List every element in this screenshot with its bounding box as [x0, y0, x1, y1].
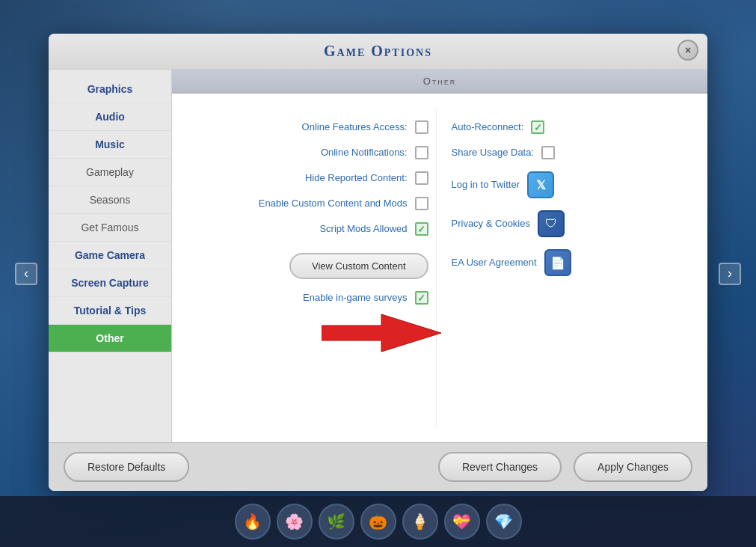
revert-changes-button[interactable]: Revert Changes	[438, 452, 562, 482]
taskbar-icon-pumpkin[interactable]: 🎃	[360, 504, 396, 540]
online-features-label: Online Features Access:	[302, 121, 408, 134]
sidebar-item-tutorial[interactable]: Tutorial & Tips	[49, 297, 171, 325]
custom-content-checkbox[interactable]	[415, 197, 428, 210]
shield-icon: 🛡	[545, 217, 557, 230]
close-button[interactable]: ×	[677, 40, 698, 61]
taskbar-icon-gem[interactable]: 💎	[486, 504, 522, 540]
footer-center-buttons: Revert Changes Apply Changes	[438, 452, 692, 482]
game-options-dialog: Game Options × Graphics Audio Music Game…	[49, 34, 707, 491]
online-notifications-label: Online Notifications:	[321, 147, 408, 159]
option-twitter: Log in to Twitter 𝕏	[452, 171, 671, 198]
hide-reported-checkbox[interactable]	[415, 171, 428, 185]
custom-content-label: Enable Custom Content and Mods	[259, 198, 408, 210]
sidebar-item-music[interactable]: Music	[49, 131, 171, 159]
nav-right-arrow[interactable]: ›	[719, 263, 741, 285]
option-share-usage: Share Usage Data:	[452, 146, 671, 159]
sidebar: Graphics Audio Music Gameplay Seasons Ge…	[49, 70, 172, 442]
sidebar-item-get-famous[interactable]: Get Famous	[49, 214, 171, 242]
main-content: Other Online Features Access: Online Not…	[172, 70, 707, 442]
right-chevron-icon: ›	[728, 266, 732, 281]
option-online-notifications: Online Notifications:	[209, 146, 428, 159]
taskbar-icon-flowers[interactable]: 🌸	[277, 504, 313, 540]
hide-reported-label: Hide Reported Content:	[305, 172, 408, 185]
option-privacy: Privacy & Cookies 🛡	[452, 210, 671, 237]
share-usage-checkbox[interactable]	[541, 146, 555, 159]
auto-reconnect-checkbox[interactable]	[531, 120, 544, 134]
dialog-footer: Restore Defaults Revert Changes Apply Ch…	[49, 442, 707, 491]
left-chevron-icon: ‹	[24, 266, 28, 281]
option-auto-reconnect: Auto-Reconnect:	[452, 120, 671, 134]
taskbar-icon-icecream[interactable]: 🍦	[402, 504, 438, 540]
restore-defaults-button[interactable]: Restore Defaults	[64, 452, 189, 482]
twitter-login-button[interactable]: 𝕏	[527, 171, 554, 198]
twitter-label: Log in to Twitter	[452, 179, 520, 192]
option-hide-reported: Hide Reported Content:	[209, 171, 428, 185]
script-mods-checkbox[interactable]	[415, 222, 428, 236]
auto-reconnect-label: Auto-Reconnect:	[452, 121, 524, 134]
option-script-mods: Script Mods Allowed	[209, 222, 428, 236]
document-icon: 📄	[550, 256, 565, 270]
content-body: Online Features Access: Online Notificat…	[172, 94, 707, 442]
script-mods-label: Script Mods Allowed	[319, 223, 407, 236]
sidebar-item-screen-capture[interactable]: Screen Capture	[49, 269, 171, 297]
taskbar-icon-heart[interactable]: 💝	[444, 504, 480, 540]
option-ea-agreement: EA User Agreement 📄	[452, 249, 671, 276]
twitter-icon: 𝕏	[536, 178, 546, 192]
sidebar-item-game-camera[interactable]: Game Camera	[49, 242, 171, 269]
section-header: Other	[172, 70, 707, 94]
ea-agreement-label: EA User Agreement	[452, 257, 537, 269]
privacy-label: Privacy & Cookies	[452, 218, 530, 230]
enable-surveys-checkbox[interactable]	[415, 291, 428, 305]
taskbar-icon-plant[interactable]: 🌿	[319, 504, 354, 540]
sidebar-item-graphics[interactable]: Graphics	[49, 76, 171, 103]
apply-changes-button[interactable]: Apply Changes	[574, 452, 692, 482]
view-custom-content-button[interactable]: View Custom Content	[289, 253, 428, 279]
online-notifications-checkbox[interactable]	[415, 146, 428, 159]
ea-agreement-button[interactable]: 📄	[544, 249, 571, 276]
sidebar-item-seasons[interactable]: Seasons	[49, 186, 171, 214]
sidebar-item-audio[interactable]: Audio	[49, 103, 171, 131]
taskbar-icon-fire[interactable]: 🔥	[235, 504, 271, 540]
option-enable-surveys: Enable in-game surveys	[209, 291, 428, 305]
online-features-checkbox[interactable]	[415, 120, 428, 134]
option-custom-content: Enable Custom Content and Mods	[209, 197, 428, 210]
sidebar-item-other[interactable]: Other	[49, 325, 171, 352]
nav-left-arrow[interactable]: ‹	[15, 263, 37, 285]
enable-surveys-label: Enable in-game surveys	[303, 292, 407, 305]
dialog-header: Game Options ×	[49, 34, 707, 70]
dialog-body: Graphics Audio Music Gameplay Seasons Ge…	[49, 70, 707, 442]
taskbar: 🔥 🌸 🌿 🎃 🍦 💝 💎	[0, 496, 756, 547]
privacy-button[interactable]: 🛡	[538, 210, 565, 237]
share-usage-label: Share Usage Data:	[452, 147, 535, 159]
dialog-title: Game Options	[324, 43, 432, 59]
sidebar-item-gameplay[interactable]: Gameplay	[49, 159, 171, 186]
option-online-features: Online Features Access:	[209, 120, 428, 134]
